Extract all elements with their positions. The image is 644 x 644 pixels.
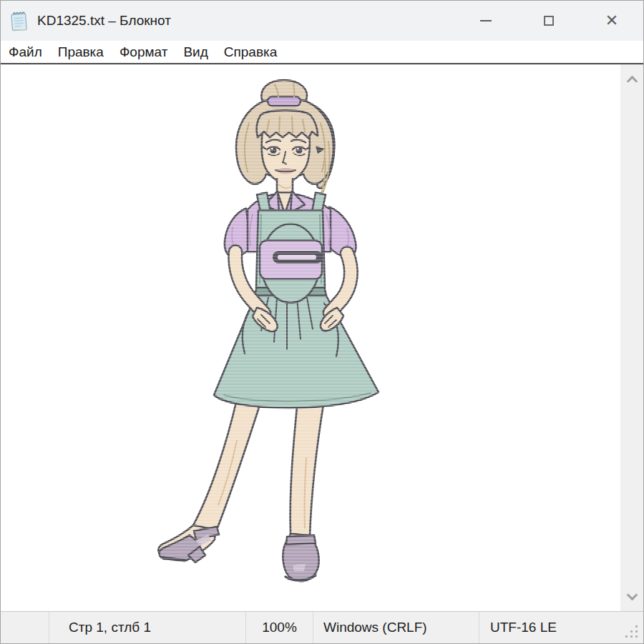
status-cursor-position: Стр 1, стлб 1 <box>49 612 245 643</box>
status-line-ending: Windows (CRLF) <box>313 612 479 643</box>
close-icon: ✕ <box>605 13 618 29</box>
menu-help[interactable]: Справка <box>216 44 286 60</box>
resize-grip[interactable] <box>635 635 638 638</box>
status-encoding: UTF-16 LE <box>479 612 643 643</box>
status-zoom-level: 100% <box>245 612 313 643</box>
notepad-window: KD1325.txt – Блокнот ✕ Файл Правка Форма… <box>0 0 644 644</box>
status-spacer <box>1 612 49 643</box>
scroll-up-button[interactable] <box>620 66 643 92</box>
window-controls: ✕ <box>454 1 643 41</box>
menu-edit[interactable]: Правка <box>50 44 112 60</box>
girl-illustration <box>152 72 396 594</box>
maximize-button[interactable] <box>517 1 580 41</box>
menu-format[interactable]: Формат <box>112 44 176 60</box>
title-bar[interactable]: KD1325.txt – Блокнот ✕ <box>1 1 643 41</box>
minimize-button[interactable] <box>454 1 517 41</box>
vertical-scrollbar[interactable] <box>620 64 643 611</box>
status-bar: Стр 1, стлб 1 100% Windows (CRLF) UTF-16… <box>1 611 643 643</box>
close-button[interactable]: ✕ <box>580 1 643 41</box>
window-title: KD1325.txt – Блокнот <box>37 13 171 29</box>
scroll-down-button[interactable] <box>620 584 643 610</box>
chevron-down-icon <box>626 589 638 600</box>
maximize-icon <box>544 16 554 26</box>
minimize-icon <box>480 20 492 21</box>
chevron-up-icon <box>626 75 638 87</box>
menu-bar: Файл Правка Формат Вид Справка <box>1 41 643 64</box>
menu-file[interactable]: Файл <box>1 44 50 60</box>
scanline-overlay <box>152 72 396 594</box>
notepad-icon <box>9 9 30 33</box>
menu-view[interactable]: Вид <box>175 44 215 60</box>
editor-area[interactable] <box>1 64 643 611</box>
